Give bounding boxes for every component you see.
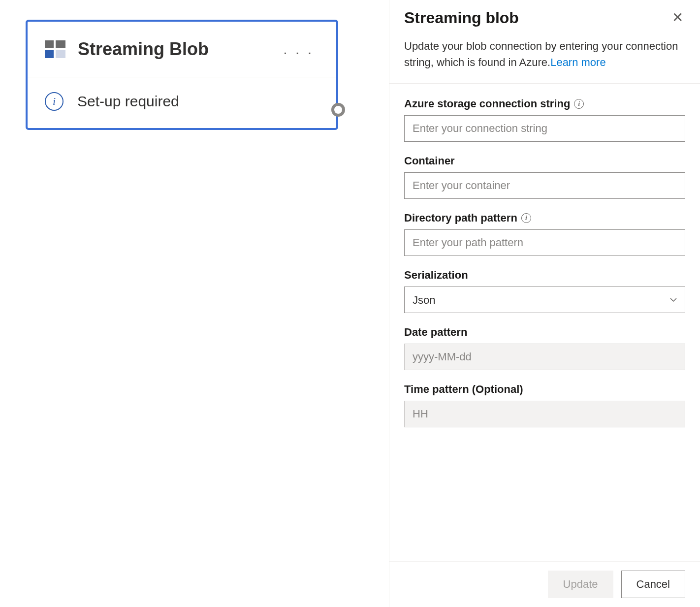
connection-string-input[interactable] — [404, 115, 685, 142]
panel-description-text: Update your blob connection by entering … — [404, 40, 678, 68]
field-connection-string: Azure storage connection string i — [404, 97, 685, 142]
panel-body: Azure storage connection string i Contai… — [389, 84, 700, 561]
connection-string-label: Azure storage connection string — [404, 97, 570, 110]
update-button[interactable]: Update — [548, 571, 613, 598]
panel-title: Streaming blob — [404, 9, 670, 27]
learn-more-link[interactable]: Learn more — [550, 56, 606, 68]
time-pattern-label: Time pattern (Optional) — [404, 383, 523, 396]
node-title: Streaming Blob — [78, 39, 280, 60]
field-path-pattern: Directory path pattern i — [404, 212, 685, 256]
date-pattern-label: Date pattern — [404, 326, 467, 339]
field-date-pattern: Date pattern — [404, 326, 685, 370]
panel-description: Update your blob connection by entering … — [404, 38, 685, 70]
serialization-label: Serialization — [404, 269, 468, 282]
container-input[interactable] — [404, 172, 685, 199]
field-serialization: Serialization Json — [404, 269, 685, 313]
field-time-pattern: Time pattern (Optional) — [404, 383, 685, 427]
close-icon[interactable]: ✕ — [670, 9, 685, 27]
path-pattern-label: Directory path pattern — [404, 212, 517, 224]
node-body: i Set-up required — [28, 77, 336, 128]
node-header: Streaming Blob . . . — [28, 22, 336, 77]
info-icon: i — [45, 92, 64, 111]
panel-footer: Update Cancel — [389, 561, 700, 607]
container-label: Container — [404, 155, 455, 167]
date-pattern-input — [404, 344, 685, 370]
streaming-blob-node[interactable]: Streaming Blob . . . i Set-up required — [26, 20, 338, 130]
info-icon[interactable]: i — [574, 99, 584, 109]
config-side-panel: Streaming blob ✕ Update your blob connec… — [389, 0, 700, 607]
node-status-text: Set-up required — [77, 93, 179, 110]
panel-header: Streaming blob ✕ Update your blob connec… — [389, 0, 700, 84]
cancel-button[interactable]: Cancel — [621, 571, 685, 598]
info-icon[interactable]: i — [521, 213, 531, 223]
node-more-menu-icon[interactable]: . . . — [280, 41, 317, 58]
path-pattern-input[interactable] — [404, 229, 685, 256]
node-output-port[interactable] — [331, 103, 345, 117]
serialization-select[interactable]: Json — [404, 287, 685, 313]
time-pattern-input — [404, 401, 685, 427]
blob-storage-icon — [45, 40, 65, 58]
field-container: Container — [404, 155, 685, 199]
